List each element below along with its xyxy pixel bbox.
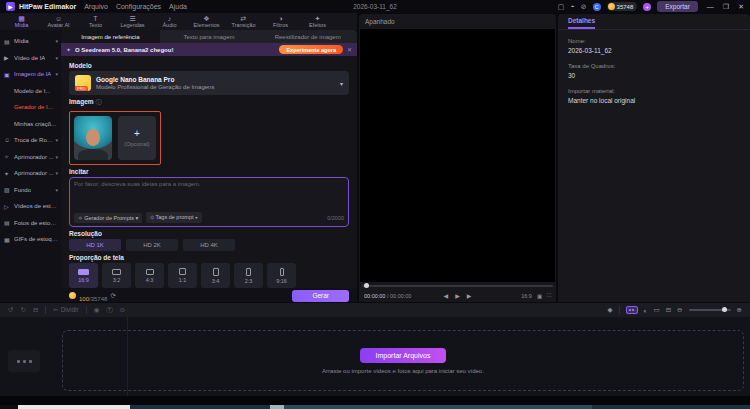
- menu-configuracoes[interactable]: Configurações: [116, 3, 161, 10]
- model-selector[interactable]: PRO Google Nano Banana Pro Modelo Profis…: [69, 71, 349, 95]
- menu-arquivo[interactable]: Arquivo: [84, 3, 108, 10]
- aspect-9-16-button[interactable]: 9:16: [267, 263, 296, 288]
- effects-icon: ✦: [300, 15, 335, 23]
- track-lock-icon[interactable]: [17, 360, 20, 363]
- aspect-3-4-icon: [213, 268, 219, 276]
- add-credits-icon[interactable]: +: [643, 3, 651, 11]
- layout-panel-icon[interactable]: ▢: [558, 3, 565, 11]
- magnet-icon[interactable]: ⊙: [120, 306, 125, 314]
- zoom-slider-handle[interactable]: [722, 307, 727, 312]
- resolution-hd1k-button[interactable]: HD 1K: [69, 239, 121, 251]
- playhead-handle[interactable]: [364, 283, 369, 288]
- text-tool-icon[interactable]: Ⓣ: [106, 306, 113, 315]
- tab-detalhes[interactable]: Detalhes: [568, 17, 595, 29]
- tab-texto[interactable]: TTexto: [78, 15, 113, 29]
- tab-elementos[interactable]: ❖Elementos: [189, 15, 224, 29]
- chevron-down-icon: ▾: [55, 38, 58, 44]
- view-mode-4-icon[interactable]: ⊟: [666, 306, 671, 314]
- sidebar-item-aprimorador-2[interactable]: ✦Aprimorador ...▾: [0, 165, 61, 182]
- download-icon[interactable]: ⊘: [581, 3, 587, 11]
- sidebar-item-aprimorador-1[interactable]: ✧Aprimorador ...▾: [0, 149, 61, 166]
- play-icon[interactable]: ▶: [455, 292, 460, 299]
- import-files-button[interactable]: Importar Arquivos: [360, 348, 447, 363]
- redo-icon[interactable]: ↻: [20, 306, 25, 314]
- sidebar-item-videos-estoque[interactable]: ▷Vídeos de esto...: [0, 198, 61, 215]
- tab-avatar-ai[interactable]: ☺Avatar AI: [41, 15, 76, 29]
- aspect-16-9-icon: [78, 269, 89, 275]
- sidebar-item-minhas-criacoes[interactable]: Minhas criaçõ...: [0, 116, 61, 133]
- undo-icon[interactable]: ↺: [8, 306, 13, 314]
- playback-slider[interactable]: [362, 285, 553, 287]
- restore-icon[interactable]: ❐: [723, 3, 729, 11]
- close-icon[interactable]: ✕: [738, 3, 744, 11]
- prompt-generator-button[interactable]: ✧ Gerador de Prompts ▾: [74, 213, 142, 223]
- split-button[interactable]: ✂ Dividir: [53, 306, 78, 314]
- tab-transicao[interactable]: ⇄Transição: [226, 15, 261, 29]
- add-image-button[interactable]: + (Opcional): [118, 116, 156, 160]
- tab-midia[interactable]: ▦Mídia: [4, 15, 39, 29]
- tab-audio[interactable]: ♪Áudio: [152, 15, 187, 29]
- credits-badge[interactable]: 35748: [607, 2, 638, 11]
- resolution-hd2k-button[interactable]: HD 2K: [126, 239, 178, 251]
- track-mute-icon[interactable]: [23, 360, 26, 363]
- refresh-icon[interactable]: ⟳: [110, 292, 115, 300]
- media-drop-zone[interactable]: Importar Arquivos Arraste ou importe víd…: [62, 330, 744, 391]
- export-button[interactable]: Exportar: [657, 1, 698, 12]
- user-avatar[interactable]: C: [593, 3, 601, 11]
- title-bar: ▶ HitPaw Edimakor Arquivo Configurações …: [0, 0, 750, 13]
- track-hide-icon[interactable]: [29, 360, 32, 363]
- next-frame-icon[interactable]: ▶: [467, 292, 472, 299]
- tab-filtros[interactable]: ◑Filtros: [263, 15, 298, 29]
- snapshot-icon[interactable]: ▣: [537, 293, 542, 299]
- promo-banner[interactable]: ✦ O Seedream 5.0, Banana2 chegou! Experi…: [61, 43, 357, 56]
- generate-button[interactable]: Gerar: [292, 290, 349, 302]
- prompt-input[interactable]: [74, 181, 344, 212]
- menu-ajuda[interactable]: Ajuda: [169, 3, 187, 10]
- sidebar-item-modelo[interactable]: Modelo de I...: [0, 83, 61, 100]
- crop-icon[interactable]: ◉: [94, 306, 100, 314]
- sidebar-item-fotos-estoque[interactable]: ▤Fotos de estoque: [0, 215, 61, 232]
- aspect-16-9-button[interactable]: 16:9: [69, 263, 98, 288]
- optional-label: (Opcional): [124, 141, 149, 147]
- tab-reestilizador[interactable]: Reestilizador de imagem: [258, 30, 357, 43]
- previous-frame-icon[interactable]: ◀: [444, 292, 449, 299]
- view-mode-2-icon[interactable]: ◐: [644, 307, 648, 314]
- sidebar-item-video-ia[interactable]: ▶Vídeo de IA▾: [0, 50, 61, 67]
- transition-icon: ⇄: [226, 15, 261, 23]
- banner-close-icon[interactable]: ✕: [347, 46, 352, 53]
- zoom-out-icon[interactable]: ⊖: [677, 306, 682, 314]
- filters-icon: ◑: [263, 15, 298, 23]
- aspect-3-4-button[interactable]: 3:4: [201, 263, 230, 288]
- try-now-button[interactable]: Experimente agora: [279, 45, 343, 54]
- aspect-3-2-button[interactable]: 3:2: [102, 263, 131, 288]
- tab-legendas[interactable]: ☰Legendas: [115, 15, 150, 29]
- prompt-tags-button[interactable]: ⬦ Tags de prompt ▾: [146, 212, 201, 223]
- tab-imagem-referencia[interactable]: Imagem de referência: [61, 30, 160, 43]
- sidebar: ▤Mídia▾ ▶Vídeo de IA▾ ▣Imagem de IA▾ Mod…: [0, 30, 61, 302]
- sidebar-item-gerador[interactable]: Gerador de I...: [0, 99, 61, 116]
- resolution-hd4k-button[interactable]: HD 4K: [183, 239, 235, 251]
- fullscreen-icon[interactable]: ⛶: [547, 292, 551, 299]
- feedback-icon[interactable]: ◓: [570, 3, 574, 10]
- aspect-4-3-button[interactable]: 4:3: [135, 263, 164, 288]
- delete-icon[interactable]: ⊟: [33, 306, 38, 314]
- aspect-2-3-button[interactable]: 2:3: [234, 263, 263, 288]
- zoom-in-icon[interactable]: ⊕: [737, 306, 742, 314]
- aspect-ratio-selector[interactable]: 16:9: [521, 293, 532, 299]
- view-mode-3-icon[interactable]: ▭: [653, 306, 659, 314]
- sidebar-item-troca-rosto[interactable]: ☺Troca de Rost...▾: [0, 132, 61, 149]
- tab-texto-para-imagem[interactable]: Texto para imagem: [160, 30, 259, 43]
- reference-image-thumbnail[interactable]: [74, 116, 112, 160]
- video-preview-area[interactable]: [360, 29, 555, 282]
- aspect-1-1-button[interactable]: 1:1: [168, 263, 197, 288]
- sidebar-item-fundo[interactable]: ▨Fundo▾: [0, 182, 61, 199]
- sidebar-item-imagem-ia[interactable]: ▣Imagem de IA▾: [0, 66, 61, 83]
- tab-efeitos[interactable]: ✦Efeitos: [300, 15, 335, 29]
- minimize-icon[interactable]: —: [707, 3, 714, 10]
- track-header[interactable]: [8, 350, 40, 372]
- sidebar-item-gifs-estoque[interactable]: ▦GIFs de estoque: [0, 231, 61, 248]
- timeline-zoom-slider[interactable]: [689, 309, 731, 311]
- sidebar-item-midia[interactable]: ▤Mídia▾: [0, 33, 61, 50]
- keyframe-icon[interactable]: ◆: [608, 306, 613, 314]
- timeline-view-icon[interactable]: [626, 306, 638, 314]
